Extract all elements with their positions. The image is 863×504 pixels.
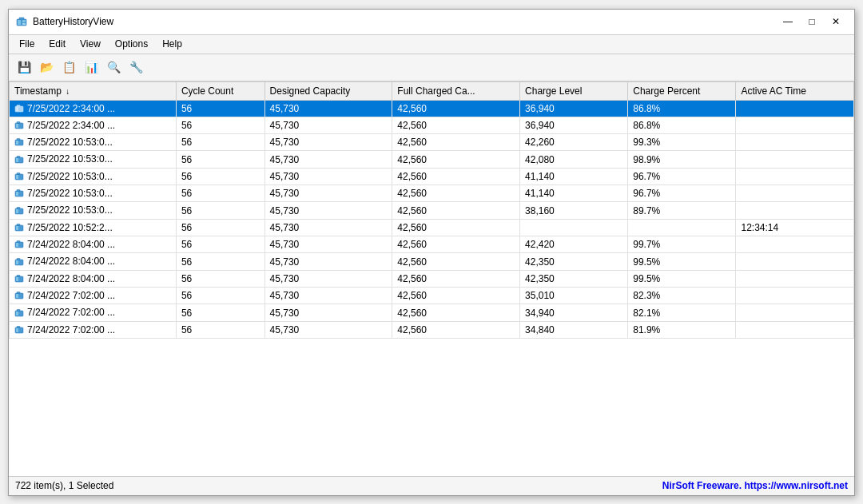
cell-timestamp: 7/25/2022 10:53:0...	[10, 134, 177, 151]
minimize-button[interactable]: —	[776, 14, 800, 30]
cell-full_charged_capacity: 42,560	[392, 219, 520, 236]
svg-rect-28	[16, 226, 18, 230]
menu-item-file[interactable]: File	[12, 36, 42, 52]
svg-rect-40	[16, 294, 18, 298]
cell-charge_percent: 99.7%	[628, 236, 736, 253]
cell-charge_percent: 82.3%	[628, 288, 736, 304]
table-container[interactable]: Timestamp ↓ Cycle Count Designed Capacit…	[9, 81, 854, 476]
cell-timestamp: 7/25/2022 10:52:2...	[10, 219, 177, 236]
cell-charge_level	[520, 219, 628, 236]
cell-active_ac_time	[736, 185, 854, 202]
cell-charge_level: 36,940	[520, 117, 628, 133]
col-header-cycle-count[interactable]: Cycle Count	[176, 81, 264, 100]
col-header-active-ac-time[interactable]: Active AC Time	[736, 81, 854, 100]
table-row[interactable]: 7/25/2022 10:53:0...5645,73042,56042,080…	[10, 151, 854, 168]
cell-charge_level: 35,010	[520, 288, 628, 304]
cell-cycle_count: 56	[176, 151, 264, 168]
svg-rect-12	[17, 139, 20, 141]
cell-active_ac_time	[736, 288, 854, 304]
cell-designed_capacity: 45,730	[264, 202, 392, 219]
svg-rect-34	[16, 260, 18, 264]
cell-charge_level: 34,840	[520, 321, 628, 338]
cell-cycle_count: 56	[176, 304, 264, 321]
cell-charge_level: 42,350	[520, 270, 628, 287]
svg-rect-21	[17, 190, 20, 192]
nirsoft-link[interactable]: NirSoft Freeware. https://www.nirsoft.ne…	[662, 480, 848, 491]
svg-rect-42	[17, 309, 20, 311]
table-row[interactable]: 7/25/2022 10:53:0...5645,73042,56041,140…	[10, 168, 854, 185]
close-button[interactable]: ✕	[824, 14, 848, 30]
cell-cycle_count: 56	[176, 134, 264, 151]
cell-designed_capacity: 45,730	[264, 270, 392, 287]
menu-item-options[interactable]: Options	[108, 36, 155, 52]
col-header-timestamp[interactable]: Timestamp ↓	[10, 81, 177, 100]
cell-full_charged_capacity: 42,560	[392, 151, 520, 168]
cell-active_ac_time: 12:34:14	[736, 219, 854, 236]
table-row[interactable]: 7/24/2022 8:04:00 ...5645,73042,56042,35…	[10, 270, 854, 287]
status-bar: 722 item(s), 1 Selected NirSoft Freeware…	[9, 476, 854, 495]
cell-charge_level: 36,940	[520, 100, 628, 117]
cell-charge_level: 41,140	[520, 168, 628, 185]
cell-designed_capacity: 45,730	[264, 304, 392, 321]
cell-charge_percent	[628, 219, 736, 236]
cell-charge_percent: 96.7%	[628, 168, 736, 185]
svg-rect-7	[16, 107, 18, 111]
toolbar-search-button[interactable]: 🔍	[103, 57, 124, 77]
col-header-charge-level[interactable]: Charge Level	[520, 81, 628, 100]
table-row[interactable]: 7/25/2022 10:53:0...5645,73042,56042,260…	[10, 134, 854, 151]
menu-item-view[interactable]: View	[73, 36, 108, 52]
table-row[interactable]: 7/25/2022 10:52:2...5645,73042,56012:34:…	[10, 219, 854, 236]
cell-charge_level: 42,260	[520, 134, 628, 151]
cell-cycle_count: 56	[176, 270, 264, 287]
main-window: BatteryHistoryView — □ ✕ FileEditViewOpt…	[8, 9, 855, 496]
cell-timestamp: 7/25/2022 10:53:0...	[10, 151, 177, 168]
table-row[interactable]: 7/24/2022 7:02:00 ...5645,73042,56035,01…	[10, 288, 854, 304]
toolbar-open-button[interactable]: 📂	[36, 57, 57, 77]
table-row[interactable]: 7/25/2022 10:53:0...5645,73042,56041,140…	[10, 185, 854, 202]
cell-timestamp: 7/24/2022 8:04:00 ...	[10, 270, 177, 287]
cell-active_ac_time	[736, 270, 854, 287]
toolbar-copy-button[interactable]: 📋	[58, 57, 79, 77]
toolbar-report-button[interactable]: 📊	[81, 57, 101, 77]
cell-timestamp: 7/24/2022 8:04:00 ...	[10, 236, 177, 253]
svg-rect-33	[17, 258, 20, 260]
svg-rect-45	[17, 327, 20, 328]
sort-icon: ↓	[66, 87, 70, 96]
table-row[interactable]: 7/24/2022 8:04:00 ...5645,73042,56042,35…	[10, 253, 854, 270]
cell-active_ac_time	[736, 117, 854, 133]
window-controls: — □ ✕	[776, 14, 848, 30]
table-row[interactable]: 7/25/2022 2:34:00 ...5645,73042,56036,94…	[10, 117, 854, 133]
svg-rect-36	[17, 276, 20, 277]
maximize-button[interactable]: □	[800, 14, 824, 30]
cell-full_charged_capacity: 42,560	[392, 202, 520, 219]
col-header-full-charged-capacity[interactable]: Full Charged Ca...	[392, 81, 520, 100]
table-row[interactable]: 7/25/2022 2:34:00 ...5645,73042,56036,94…	[10, 100, 854, 117]
svg-rect-25	[16, 209, 18, 213]
svg-rect-9	[17, 122, 20, 124]
svg-rect-24	[17, 207, 20, 208]
cell-timestamp: 7/25/2022 2:34:00 ...	[10, 100, 177, 117]
menu-item-help[interactable]: Help	[155, 36, 189, 52]
cell-charge_level: 42,420	[520, 236, 628, 253]
table-row[interactable]: 7/24/2022 8:04:00 ...5645,73042,56042,42…	[10, 236, 854, 253]
cell-charge_level: 34,940	[520, 304, 628, 321]
cell-active_ac_time	[736, 134, 854, 151]
toolbar-options-button[interactable]: 🔧	[125, 57, 146, 77]
cell-full_charged_capacity: 42,560	[392, 117, 520, 133]
col-header-designed-capacity[interactable]: Designed Capacity	[264, 81, 392, 100]
cell-charge_percent: 81.9%	[628, 321, 736, 338]
table-row[interactable]: 7/24/2022 7:02:00 ...5645,73042,56034,94…	[10, 304, 854, 321]
cell-full_charged_capacity: 42,560	[392, 100, 520, 117]
table-row[interactable]: 7/24/2022 7:02:00 ...5645,73042,56034,84…	[10, 321, 854, 338]
cell-timestamp: 7/24/2022 7:02:00 ...	[10, 304, 177, 321]
cell-cycle_count: 56	[176, 253, 264, 270]
menu-item-edit[interactable]: Edit	[42, 36, 73, 52]
table-row[interactable]: 7/25/2022 10:53:0...5645,73042,56038,160…	[10, 202, 854, 219]
cell-cycle_count: 56	[176, 117, 264, 133]
toolbar: 💾📂📋📊🔍🔧	[9, 54, 854, 81]
cell-designed_capacity: 45,730	[264, 185, 392, 202]
col-header-charge-percent[interactable]: Charge Percent	[628, 81, 736, 100]
content-area: Timestamp ↓ Cycle Count Designed Capacit…	[9, 81, 854, 476]
svg-rect-18	[17, 173, 20, 175]
toolbar-save-button[interactable]: 💾	[14, 57, 34, 77]
